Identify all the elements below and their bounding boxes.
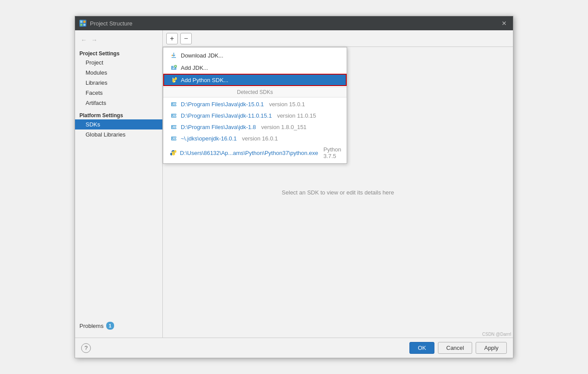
svg-text:JDK: JDK: [172, 137, 177, 140]
sdk-version-openjdk16: version 16.0.1: [242, 135, 278, 142]
detected-sdks-label: Detected SDKs: [163, 87, 347, 97]
app-icon: [79, 20, 86, 27]
svg-text:JDK: JDK: [172, 102, 177, 106]
svg-point-13: [172, 78, 173, 79]
download-jdk-icon: +: [170, 52, 177, 59]
remove-sdk-button[interactable]: −: [180, 33, 192, 44]
svg-text:JDK: JDK: [172, 125, 177, 129]
svg-text:JDK: JDK: [172, 114, 177, 118]
download-jdk-label: Download JDK...: [181, 52, 223, 59]
sdk-path-openjdk16: ~\.jdks\openjdk-16.0.1: [181, 135, 237, 142]
add-python-icon: [170, 76, 177, 83]
sdk-version-python37: Python 3.7.5: [323, 146, 341, 159]
sdk-item-jdk11[interactable]: JDK D:\Program Files\Java\jdk-11.0.15.1 …: [163, 110, 347, 121]
jdk11-icon: JDK: [170, 112, 177, 119]
svg-rect-0: [80, 21, 82, 23]
sidebar-item-modules[interactable]: Modules: [75, 68, 162, 78]
sdk-item-jdk15[interactable]: JDK D:\Program Files\Java\jdk-15.0.1 ver…: [163, 98, 347, 110]
project-structure-dialog: Project Structure ✕ ← → Project Settings…: [75, 16, 513, 358]
dialog-title: Project Structure: [90, 20, 133, 27]
ok-button[interactable]: OK: [409, 342, 434, 354]
problems-label: Problems: [79, 323, 104, 329]
dropdown-item-add-jdk[interactable]: J Add JDK...: [163, 61, 347, 74]
problems-section: Problems 1: [75, 318, 162, 333]
sdk-item-openjdk16[interactable]: JDK ~\.jdks\openjdk-16.0.1 version 16.0.…: [163, 133, 347, 144]
watermark: CSDN @Darrrl: [482, 332, 511, 337]
jdk15-icon: JDK: [170, 101, 177, 108]
problems-badge: 1: [106, 322, 114, 330]
svg-rect-3: [83, 24, 86, 26]
sdk-version-jdk18: version 1.8.0_151: [261, 124, 306, 130]
back-button[interactable]: ←: [79, 36, 88, 44]
sidebar-item-libraries[interactable]: Libraries: [75, 78, 162, 88]
sidebar-item-artifacts[interactable]: Artifacts: [75, 98, 162, 108]
sdk-path-jdk18: D:\Program Files\Java\jdk-1.8: [181, 124, 256, 130]
sidebar-item-facets[interactable]: Facets: [75, 88, 162, 98]
sidebar-item-sdks[interactable]: SDKs: [75, 119, 162, 129]
sdk-path-jdk11: D:\Program Files\Java\jdk-11.0.15.1: [181, 112, 272, 119]
add-python-sdk-label: Add Python SDK...: [181, 77, 228, 83]
svg-text:+: +: [171, 54, 173, 58]
add-sdk-button[interactable]: +: [166, 33, 178, 44]
svg-rect-2: [80, 24, 82, 26]
project-settings-label: Project Settings: [75, 48, 162, 58]
cancel-button[interactable]: Cancel: [438, 342, 472, 354]
apply-button[interactable]: Apply: [476, 342, 507, 354]
add-jdk-icon: J: [170, 64, 177, 71]
add-jdk-label: Add JDK...: [181, 65, 208, 71]
nav-row: ← →: [75, 35, 162, 48]
svg-point-14: [174, 81, 175, 82]
sdk-version-jdk15: version 15.0.1: [269, 101, 305, 108]
python37-icon: [170, 149, 176, 156]
forward-button[interactable]: →: [90, 36, 99, 44]
platform-settings-label: Platform Settings: [75, 108, 162, 119]
title-bar: Project Structure ✕: [75, 16, 513, 30]
sidebar: ← → Project Settings Project Modules Lib…: [75, 30, 163, 338]
openjdk16-icon: JDK: [170, 135, 177, 142]
close-button[interactable]: ✕: [500, 19, 509, 28]
dialog-footer: ? OK Cancel Apply: [75, 338, 513, 358]
sdk-path-python37: D:\Users\86132\Ap...ams\Python\Python37\…: [180, 150, 318, 156]
title-bar-left: Project Structure: [79, 20, 133, 27]
sdk-path-jdk15: D:\Program Files\Java\jdk-15.0.1: [181, 101, 264, 108]
svg-rect-1: [83, 21, 86, 23]
sdk-item-python37[interactable]: D:\Users\86132\Ap...ams\Python\Python37\…: [163, 144, 347, 162]
footer-left: ?: [81, 343, 406, 353]
add-sdk-dropdown: + Download JDK... J: [163, 47, 347, 164]
sidebar-item-global-libraries[interactable]: Global Libraries: [75, 129, 162, 140]
toolbar: + − +: [163, 30, 513, 47]
help-button[interactable]: ?: [81, 343, 91, 353]
sidebar-item-project[interactable]: Project: [75, 58, 162, 68]
empty-state-label: Select an SDK to view or edit its detail…: [282, 189, 394, 196]
sdk-version-jdk11: version 11.0.15: [277, 112, 316, 119]
project-structure-icon: [79, 20, 86, 27]
dropdown-item-download-jdk[interactable]: + Download JDK...: [163, 49, 347, 61]
main-area: + − +: [163, 30, 513, 338]
dialog-body: ← → Project Settings Project Modules Lib…: [75, 30, 513, 338]
jdk18-icon: JDK: [170, 123, 177, 130]
sdk-item-jdk18[interactable]: JDK D:\Program Files\Java\jdk-1.8 versio…: [163, 121, 347, 133]
dropdown-item-add-python-sdk[interactable]: Add Python SDK...: [163, 74, 347, 86]
